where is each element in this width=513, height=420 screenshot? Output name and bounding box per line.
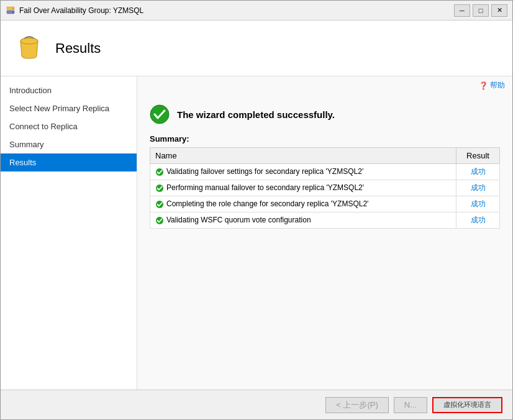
table-header-name: Name (150, 148, 456, 164)
sidebar-item-results[interactable]: Results (1, 153, 137, 171)
results-table: Name Result Validating failover settings… (150, 147, 500, 229)
title-bar: Fail Over Availability Group: YZMSQL ─ □… (1, 1, 512, 21)
main-content: Introduction Select New Primary Replica … (1, 76, 512, 390)
sidebar-item-connect-to-replica[interactable]: Connect to Replica (1, 117, 137, 135)
success-header: The wizard completed successfully. (150, 104, 500, 124)
table-cell-result[interactable]: 成功 (456, 180, 500, 196)
row-success-icon (155, 200, 164, 209)
table-row: Performing manual failover to secondary … (150, 180, 500, 196)
sidebar-item-summary[interactable]: Summary (1, 135, 137, 153)
help-link[interactable]: ❓ 帮助 (479, 80, 505, 91)
svg-point-3 (12, 11, 14, 12)
table-row: Validating failover settings for seconda… (150, 164, 500, 180)
content-top-bar: ❓ 帮助 (137, 76, 512, 94)
success-message: The wizard completed successfully. (177, 109, 335, 120)
result-link[interactable]: 成功 (471, 167, 486, 176)
svg-point-2 (12, 7, 14, 9)
close-button[interactable]: ✕ (491, 4, 507, 17)
table-cell-name: Validating failover settings for seconda… (150, 164, 456, 180)
help-icon: ❓ (479, 81, 488, 90)
row-success-icon (155, 184, 164, 193)
main-window: Fail Over Availability Group: YZMSQL ─ □… (0, 0, 513, 420)
sidebar-item-introduction[interactable]: Introduction (1, 81, 137, 99)
summary-label: Summary: (150, 134, 500, 144)
table-cell-result[interactable]: 成功 (456, 212, 500, 229)
finish-button-label: 虚拟化环境语言 (443, 401, 491, 408)
app-icon (6, 6, 16, 16)
row-success-icon (155, 168, 164, 176)
table-cell-name: Completing the role change for secondary… (150, 196, 456, 212)
footer: < 上一步(P) N... 虚拟化环境语言 (1, 390, 512, 419)
table-row: Completing the role change for secondary… (150, 196, 500, 212)
success-icon (150, 104, 170, 124)
finish-button[interactable]: 虚拟化环境语言 (432, 397, 502, 413)
result-link[interactable]: 成功 (471, 216, 486, 224)
title-bar-controls: ─ □ ✕ (454, 4, 507, 17)
maximize-button[interactable]: □ (473, 4, 489, 17)
table-cell-result[interactable]: 成功 (456, 164, 500, 180)
title-bar-left: Fail Over Availability Group: YZMSQL (6, 6, 143, 16)
row-success-icon (155, 216, 164, 225)
table-cell-name: Performing manual failover to secondary … (150, 180, 456, 196)
header: Results (1, 21, 512, 76)
title-bar-title: Fail Over Availability Group: YZMSQL (19, 6, 143, 15)
minimize-button[interactable]: ─ (454, 4, 470, 17)
result-link[interactable]: 成功 (471, 199, 486, 208)
svg-point-5 (20, 38, 38, 44)
svg-point-6 (150, 105, 169, 124)
table-row: Validating WSFC quorum vote configuratio… (150, 212, 500, 229)
header-title: Results (55, 40, 101, 57)
table-cell-result[interactable]: 成功 (456, 196, 500, 212)
content-panel: ❓ 帮助 The wizard completed successfully. … (137, 76, 512, 390)
sidebar: Introduction Select New Primary Replica … (1, 76, 137, 390)
table-header-result: Result (456, 148, 500, 164)
prev-button[interactable]: < 上一步(P) (325, 397, 389, 413)
sidebar-item-select-new-primary[interactable]: Select New Primary Replica (1, 99, 137, 117)
header-icon (13, 32, 45, 65)
content-body: The wizard completed successfully. Summa… (137, 94, 512, 390)
result-link[interactable]: 成功 (471, 183, 486, 192)
next-button[interactable]: N... (394, 397, 427, 413)
table-cell-name: Validating WSFC quorum vote configuratio… (150, 212, 456, 229)
